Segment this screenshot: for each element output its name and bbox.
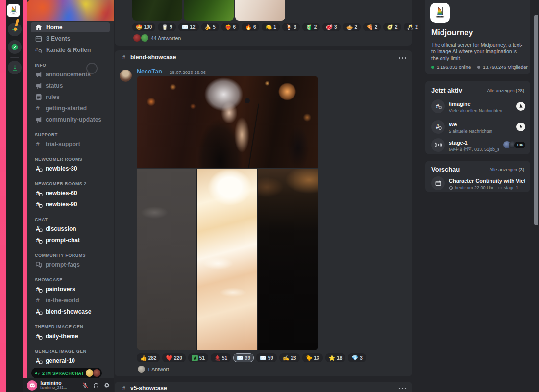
microphone-muted-icon	[82, 382, 89, 389]
category-header[interactable]: NEWCOMER ROOMS 2	[35, 181, 110, 187]
reaction-pill[interactable]: 🍋 1	[262, 23, 279, 31]
preview-see-all-link[interactable]: Alle anzeigen (3)	[490, 167, 524, 172]
voice-chat-pill[interactable]: 2 IM SPRACHCHAT	[31, 368, 102, 378]
reaction-pill[interactable]: 🥂 2	[404, 23, 421, 31]
deafen-button[interactable]	[92, 381, 100, 389]
channel-item[interactable]: # blend-showcase	[31, 306, 110, 317]
active-item-sub: 5 aktuelle Nachrichten	[449, 129, 513, 134]
event-item[interactable]: Character Continuity with Victor Gna… he…	[431, 175, 525, 191]
category-header[interactable]: GENERAL IMAGE GEN	[35, 349, 110, 354]
reaction-pill[interactable]: 🧃 2	[302, 23, 320, 31]
reaction-pill[interactable]: ❤️ 220	[162, 353, 185, 362]
rules-icon	[35, 93, 43, 101]
reaction-pill[interactable]: ✉️ 59	[256, 353, 277, 362]
active-item-we[interactable]: # We 5 aktuelle Nachrichten	[431, 119, 525, 134]
channel-label: community-updates	[46, 116, 101, 123]
sidebar-item-channels-roles[interactable]: # Kanäle & Rollen	[31, 45, 110, 55]
reaction-pill[interactable]: ⭐ 18	[325, 353, 346, 362]
channel-card-header[interactable]: # blend-showcase	[122, 54, 176, 61]
channel-item[interactable]: # paintovers	[31, 284, 110, 294]
active-item-stage-1[interactable]: stage-1 !AI中文社区, 033, 51job_sh_onesis… +…	[431, 137, 525, 152]
sailboat-mini-icon	[518, 124, 524, 129]
category-header[interactable]: SHOWCASE	[35, 277, 110, 283]
reaction-pill[interactable]: ✍️ 23	[279, 353, 300, 362]
category-header[interactable]: INFO	[35, 63, 110, 68]
channel-card-header[interactable]: # v5-showcase	[122, 385, 167, 392]
reaction-pill[interactable]: ❤️‍🔥 6	[221, 23, 239, 31]
channel-item[interactable]: # trial-support	[31, 139, 110, 149]
reaction-pill[interactable]: THIS 51	[211, 353, 231, 362]
more-options-button[interactable]	[402, 388, 403, 389]
scrollbar-thumb[interactable]	[534, 15, 538, 225]
reaction-pill[interactable]: 🥛 9	[158, 23, 175, 31]
reaction-pill[interactable]: 👍 282	[137, 353, 160, 362]
settings-button[interactable]	[103, 381, 111, 389]
channel-item[interactable]: prompt-faqs	[31, 259, 110, 270]
image-thumbnail[interactable]	[132, 0, 182, 21]
channel-item[interactable]: announcements	[31, 69, 110, 79]
replies-link[interactable]: 44 Antworten	[133, 34, 181, 42]
mute-button[interactable]	[81, 381, 89, 389]
category-header[interactable]: THEMED IMAGE GEN	[35, 324, 110, 330]
reaction-pill[interactable]: 🍹 3	[282, 23, 300, 31]
reaction-pill[interactable]: 🔥 6	[242, 23, 259, 31]
reaction-pill[interactable]: 🥑 2	[383, 23, 401, 31]
channel-item[interactable]: # getting-started	[31, 103, 110, 113]
reaction-pill[interactable]: 🥩 3	[322, 23, 340, 31]
sailboat-mini-icon	[518, 103, 524, 109]
user-info[interactable]: faminino faminino_281...	[40, 380, 78, 390]
channel-label: paintovers	[46, 286, 75, 293]
message-author[interactable]: NecoTan	[137, 68, 162, 75]
channel-item[interactable]: # newbies-60	[31, 188, 110, 198]
reaction-pill[interactable]: 🤩 100	[132, 23, 155, 31]
channel-item[interactable]: # newbies-30	[31, 163, 110, 173]
megaphone-icon	[35, 116, 43, 123]
active-see-all-link[interactable]: Alle anzeigen (28)	[487, 88, 524, 93]
message-avatar[interactable]	[120, 70, 132, 82]
user-avatar[interactable]	[27, 380, 37, 391]
more-options-button[interactable]	[402, 57, 403, 59]
message-image-singer[interactable]	[137, 76, 318, 168]
sidebar-item-home[interactable]: Home	[31, 22, 110, 32]
channel-item[interactable]: # daily-theme	[31, 331, 110, 341]
channel-label: general-10	[46, 357, 75, 364]
reaction-pill[interactable]: 💎 3	[348, 353, 366, 362]
channel-item[interactable]: # newbies-90	[31, 199, 110, 209]
channel-item[interactable]: # general-10	[31, 355, 110, 366]
channel-item[interactable]: # in-the-world	[31, 295, 110, 305]
replies-link[interactable]: 1 Antwort	[138, 366, 169, 373]
category-header[interactable]: COMMUNITY FORUMS	[35, 253, 110, 258]
reaction-pill[interactable]: 🍌 5	[201, 23, 219, 31]
hash-badge-icon: #	[35, 285, 43, 293]
category-label: NEWCOMER ROOMS 2	[35, 181, 87, 186]
reaction-pill[interactable]: 🍕 2	[363, 23, 381, 31]
reaction-pill[interactable]: 🐤 13	[302, 353, 323, 362]
channel-item[interactable]: # discussion	[31, 223, 110, 234]
reaction-pill[interactable]: 51	[188, 353, 208, 362]
image-thumbnail[interactable]	[235, 0, 285, 21]
message-image-blend-panels[interactable]	[137, 169, 318, 350]
active-item-imagine[interactable]: # /imagine Viele aktuellen Nachrichten	[431, 98, 525, 114]
channel-item[interactable]: # prompt-chat	[31, 235, 110, 245]
category-header[interactable]: NEWCOMER ROOMS	[35, 157, 110, 162]
midjourney-server-icon[interactable]	[7, 4, 20, 17]
sidebar-item-events[interactable]: 3 Events	[31, 33, 110, 44]
category-header[interactable]: CHAT	[35, 217, 110, 222]
reaction-pill[interactable]: ✉️ 12	[178, 23, 199, 31]
image-thumbnail[interactable]	[184, 0, 234, 21]
svg-text:#: #	[36, 200, 39, 208]
reaction-pill[interactable]: ✉️ 39	[233, 353, 254, 362]
channel-item[interactable]: rules	[31, 92, 110, 102]
channel-item[interactable]: community-updates	[31, 114, 110, 124]
category-header[interactable]: SUPPORT	[35, 132, 110, 138]
server-logo[interactable]	[430, 3, 450, 23]
stage-icon	[498, 186, 502, 190]
discord-clyde-icon	[29, 383, 35, 388]
channel-item[interactable]: status	[31, 80, 110, 91]
download-apps-button[interactable]	[8, 61, 22, 74]
hash-badge-icon: #	[35, 200, 43, 208]
reaction-pill[interactable]: 🥧 2	[343, 23, 361, 31]
channel-label: getting-started	[46, 105, 87, 112]
explore-servers-button[interactable]	[8, 40, 22, 54]
reaction-emoji: 🐤	[306, 355, 313, 361]
